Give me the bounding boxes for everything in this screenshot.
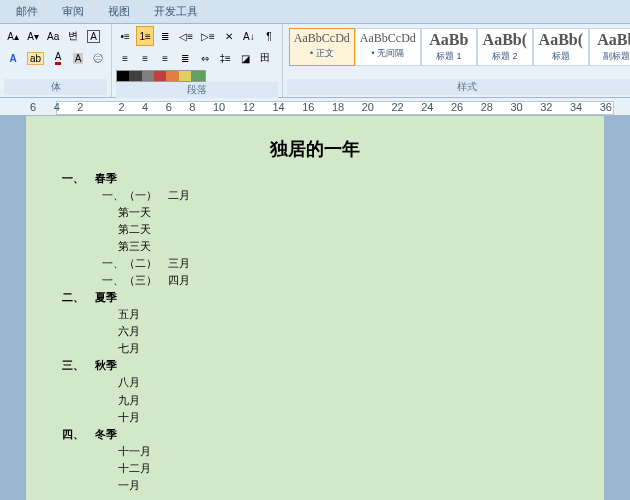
ruler-tick: 2	[118, 101, 124, 113]
font-color-button[interactable]: A	[49, 48, 67, 68]
sort-button[interactable]: A↓	[240, 26, 258, 46]
paragraph-group: •≡ 1≡ ≣ ◁≡ ▷≡ ✕ A↓ ¶ ≡ ≡ ≡ ≣ ⇔ ‡≡ ◪ 田 段落	[112, 24, 283, 97]
ruler-tick: 24	[421, 101, 433, 113]
doc-line: 六月	[62, 323, 568, 340]
doc-line: 七月	[62, 340, 568, 357]
ruler-tick: 12	[243, 101, 255, 113]
char-border-button[interactable]: A	[84, 26, 103, 46]
menu-review[interactable]: 审阅	[62, 2, 84, 21]
menu-bar: 邮件 审阅 视图 开发工具	[0, 0, 630, 24]
ruler-tick: 26	[451, 101, 463, 113]
styles-group-label: 样式	[287, 79, 630, 95]
document-body: 一、 春季一、（一） 二月第一天第二天第三天一、（二） 三月一、（三） 四月二、…	[62, 170, 568, 494]
ruler-tick: 4	[54, 101, 60, 113]
line-spacing-button[interactable]: ‡≡	[216, 48, 234, 68]
doc-line: 三、 秋季	[62, 357, 568, 374]
ruler-tick: 20	[362, 101, 374, 113]
doc-line: 五月	[62, 306, 568, 323]
ruler-tick: 32	[540, 101, 552, 113]
increase-indent-button[interactable]: ▷≡	[198, 26, 218, 46]
show-marks-button[interactable]: ¶	[260, 26, 278, 46]
doc-line: 十一月	[62, 443, 568, 460]
doc-line: 一、（一） 二月	[62, 187, 568, 204]
doc-line: 一、（二） 三月	[62, 255, 568, 272]
grow-font-button[interactable]: A▴	[4, 26, 22, 46]
style-item-2[interactable]: AaBb标题 1	[421, 28, 477, 66]
menu-view[interactable]: 视图	[108, 2, 130, 21]
ruler-tick: 6	[166, 101, 172, 113]
bullets-button[interactable]: •≡	[116, 26, 134, 46]
ruler-tick: 6	[30, 101, 36, 113]
ruler-tick: 28	[481, 101, 493, 113]
doc-line: 第一天	[62, 204, 568, 221]
ruler-tick: 14	[272, 101, 284, 113]
menu-mail[interactable]: 邮件	[16, 2, 38, 21]
multilevel-list-button[interactable]: ≣	[156, 26, 174, 46]
justify-button[interactable]: ≣	[176, 48, 194, 68]
doc-line: 一、（三） 四月	[62, 272, 568, 289]
ruler-tick: 22	[391, 101, 403, 113]
doc-line: 一、 春季	[62, 170, 568, 187]
doc-line: 十月	[62, 409, 568, 426]
menu-dev[interactable]: 开发工具	[154, 2, 198, 21]
styles-gallery[interactable]: AaBbCcDd• 正文AaBbCcDd• 无间隔AaBb标题 1AaBb(标题…	[287, 26, 630, 68]
align-center-button[interactable]: ≡	[136, 48, 154, 68]
font-group-label: 体	[4, 79, 107, 95]
text-effects-button[interactable]: A	[4, 48, 22, 68]
font-group: A▴ A▾ Aa 변 A A ab A A ㊁ 体	[0, 24, 112, 97]
distributed-button[interactable]: ⇔	[196, 48, 214, 68]
enclose-char-button[interactable]: ㊁	[89, 48, 107, 68]
change-case-button[interactable]: Aa	[44, 26, 62, 46]
ruler-tick: 30	[510, 101, 522, 113]
paragraph-group-label: 段落	[116, 82, 278, 98]
align-right-button[interactable]: ≡	[156, 48, 174, 68]
style-item-5[interactable]: AaBb副标题	[589, 28, 630, 66]
ruler-tick: 36	[600, 101, 612, 113]
doc-line: 二、 夏季	[62, 289, 568, 306]
ruler-tick: 16	[302, 101, 314, 113]
doc-line: 十二月	[62, 460, 568, 477]
doc-line: 八月	[62, 374, 568, 391]
borders-button[interactable]: 田	[256, 48, 274, 68]
style-item-0[interactable]: AaBbCcDd• 正文	[289, 28, 355, 66]
ltr-button[interactable]: ✕	[220, 26, 238, 46]
style-item-4[interactable]: AaBb(标题	[533, 28, 589, 66]
document-title: 独居的一年	[62, 136, 568, 170]
doc-line: 一月	[62, 477, 568, 494]
ruler-tick: 8	[189, 101, 195, 113]
phonetic-guide-button[interactable]: 변	[64, 26, 82, 46]
ruler-tick: 10	[213, 101, 225, 113]
numbering-button[interactable]: 1≡	[136, 26, 154, 46]
ruler-tick: 2	[77, 101, 83, 113]
style-item-1[interactable]: AaBbCcDd• 无间隔	[355, 28, 421, 66]
doc-line: 第三天	[62, 238, 568, 255]
decrease-indent-button[interactable]: ◁≡	[176, 26, 196, 46]
ruler-tick: 18	[332, 101, 344, 113]
highlight-button[interactable]: ab	[24, 48, 47, 68]
document-area[interactable]: 独居的一年 一、 春季一、（一） 二月第一天第二天第三天一、（二） 三月一、（三…	[0, 116, 630, 500]
ribbon: A▴ A▾ Aa 변 A A ab A A ㊁ 体 •≡ 1≡ ≣ ◁≡ ▷≡	[0, 24, 630, 98]
style-item-3[interactable]: AaBb(标题 2	[477, 28, 533, 66]
ruler-tick: 34	[570, 101, 582, 113]
doc-line: 九月	[62, 392, 568, 409]
color-swatches[interactable]	[116, 70, 206, 82]
doc-line: 第二天	[62, 221, 568, 238]
horizontal-ruler[interactable]: 6422468101214161820222426283032343638404…	[0, 98, 630, 116]
page: 独居的一年 一、 春季一、（一） 二月第一天第二天第三天一、（二） 三月一、（三…	[26, 116, 604, 500]
styles-group: AaBbCcDd• 正文AaBbCcDd• 无间隔AaBb标题 1AaBb(标题…	[283, 24, 630, 97]
shrink-font-button[interactable]: A▾	[24, 26, 42, 46]
ruler-tick: 4	[142, 101, 148, 113]
doc-line: 四、 冬季	[62, 426, 568, 443]
char-shading-button[interactable]: A	[69, 48, 87, 68]
align-left-button[interactable]: ≡	[116, 48, 134, 68]
shading-button[interactable]: ◪	[236, 48, 254, 68]
